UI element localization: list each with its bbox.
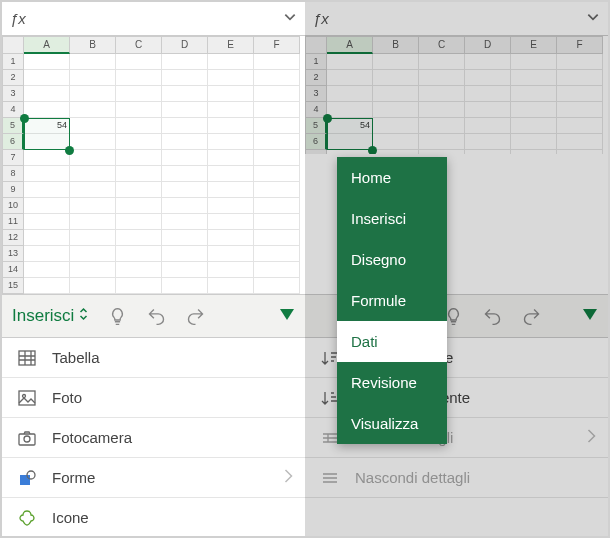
cell[interactable] (465, 86, 511, 102)
cell[interactable] (254, 102, 300, 118)
ribbon-tab-selector[interactable]: Inserisci (12, 306, 89, 326)
cell[interactable] (511, 70, 557, 86)
cell[interactable] (254, 70, 300, 86)
cell[interactable] (373, 134, 419, 150)
spreadsheet-grid[interactable]: A B C D E F 1234554678910111213141516 (2, 36, 305, 294)
cell[interactable] (208, 150, 254, 166)
row-header[interactable]: 8 (2, 166, 24, 182)
cell[interactable] (162, 102, 208, 118)
cell[interactable] (327, 150, 373, 154)
collapse-icon[interactable] (582, 308, 598, 325)
cell[interactable] (254, 214, 300, 230)
cell[interactable] (70, 262, 116, 278)
cell[interactable] (24, 198, 70, 214)
list-item-foto[interactable]: Foto (2, 378, 305, 418)
cell[interactable] (116, 118, 162, 134)
cell[interactable] (511, 150, 557, 154)
col-header[interactable]: D (465, 36, 511, 54)
cell[interactable] (208, 102, 254, 118)
row-header[interactable]: 6 (305, 134, 327, 150)
cell[interactable] (208, 118, 254, 134)
cell[interactable] (254, 262, 300, 278)
cell[interactable] (419, 150, 465, 154)
col-header[interactable]: D (162, 36, 208, 54)
cell[interactable] (254, 278, 300, 294)
cell[interactable] (116, 198, 162, 214)
col-header[interactable]: C (116, 36, 162, 54)
cell[interactable] (557, 150, 603, 154)
col-header[interactable]: E (511, 36, 557, 54)
cell[interactable] (511, 86, 557, 102)
cell[interactable] (208, 262, 254, 278)
cell[interactable] (162, 214, 208, 230)
row-header[interactable]: 7 (2, 150, 24, 166)
cell[interactable] (24, 70, 70, 86)
cell[interactable] (70, 118, 116, 134)
cell[interactable] (373, 86, 419, 102)
cell[interactable] (419, 86, 465, 102)
cell[interactable] (162, 134, 208, 150)
cell[interactable] (116, 182, 162, 198)
col-header[interactable]: B (70, 36, 116, 54)
selection-handle-top[interactable] (323, 114, 332, 123)
cell[interactable] (419, 102, 465, 118)
cell[interactable] (373, 150, 419, 154)
formula-input[interactable] (32, 8, 277, 30)
cell[interactable] (24, 150, 70, 166)
cell[interactable] (116, 86, 162, 102)
cell[interactable] (419, 134, 465, 150)
row-header[interactable]: 1 (2, 54, 24, 70)
cell[interactable] (116, 150, 162, 166)
cell[interactable] (254, 182, 300, 198)
cell[interactable] (557, 70, 603, 86)
menu-item-dati[interactable]: Dati (337, 321, 447, 362)
cell[interactable] (70, 86, 116, 102)
selection-handle-top[interactable] (20, 114, 29, 123)
menu-item-visualizza[interactable]: Visualizza (337, 403, 447, 444)
cell[interactable] (208, 246, 254, 262)
cell[interactable] (208, 278, 254, 294)
cell[interactable] (116, 278, 162, 294)
cell[interactable] (70, 230, 116, 246)
cell[interactable] (208, 70, 254, 86)
col-header[interactable]: C (419, 36, 465, 54)
cell[interactable] (419, 118, 465, 134)
row-header[interactable]: 2 (2, 70, 24, 86)
cell[interactable] (254, 150, 300, 166)
spreadsheet-grid[interactable]: A B C D E F 12345546789 (305, 36, 608, 154)
cell[interactable] (373, 102, 419, 118)
cell[interactable] (557, 102, 603, 118)
row-header[interactable]: 6 (2, 134, 24, 150)
select-all-corner[interactable] (2, 36, 24, 54)
row-header[interactable]: 14 (2, 262, 24, 278)
cell[interactable] (70, 134, 116, 150)
cell[interactable] (70, 278, 116, 294)
cell[interactable] (70, 102, 116, 118)
cell[interactable] (254, 86, 300, 102)
cell-selection[interactable] (327, 118, 373, 150)
cell[interactable] (70, 214, 116, 230)
cell[interactable] (24, 54, 70, 70)
cell[interactable] (465, 70, 511, 86)
menu-item-inserisci[interactable]: Inserisci (337, 198, 447, 239)
cell[interactable] (254, 246, 300, 262)
cell[interactable] (162, 182, 208, 198)
cell[interactable] (70, 166, 116, 182)
cell[interactable] (70, 198, 116, 214)
row-header[interactable]: 9 (2, 182, 24, 198)
cell[interactable] (162, 198, 208, 214)
menu-item-disegno[interactable]: Disegno (337, 239, 447, 280)
cell[interactable] (557, 118, 603, 134)
redo-icon[interactable] (521, 306, 542, 327)
cell[interactable] (162, 230, 208, 246)
row-header[interactable]: 11 (2, 214, 24, 230)
row-header[interactable]: 7 (305, 150, 327, 154)
menu-item-formule[interactable]: Formule (337, 280, 447, 321)
row-header[interactable]: 1 (305, 54, 327, 70)
cell[interactable] (162, 70, 208, 86)
cell[interactable] (208, 86, 254, 102)
cell[interactable] (24, 182, 70, 198)
cell[interactable] (208, 134, 254, 150)
cell[interactable] (208, 182, 254, 198)
cell[interactable] (162, 278, 208, 294)
